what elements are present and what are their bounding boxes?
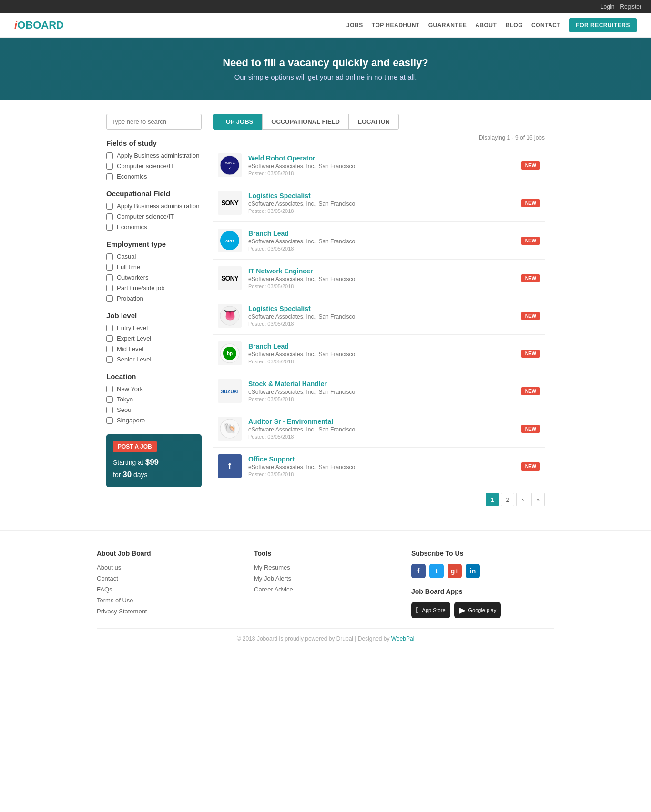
job-title[interactable]: IT Network Engineer — [248, 267, 515, 275]
filter-item[interactable]: Tokyo — [106, 396, 202, 403]
job-title[interactable]: Office Support — [248, 455, 515, 463]
tab-top-jobs[interactable]: TOP JOBS — [213, 114, 262, 130]
footer-link-terms[interactable]: Terms of Use — [97, 597, 240, 604]
nav-jobs[interactable]: JOBS — [346, 22, 363, 29]
page-1-button[interactable]: 1 — [486, 493, 499, 506]
filter-item[interactable]: Probation — [106, 295, 202, 302]
job-company: eSoftware Associates, Inc., San Francisc… — [248, 276, 515, 282]
footer-link-contact[interactable]: Contact — [97, 575, 240, 582]
search-input[interactable] — [106, 114, 202, 130]
filter-item[interactable]: Expert Level — [106, 335, 202, 342]
filter-item[interactable]: Full time — [106, 263, 202, 271]
hero-section: Need to fill a vacancy quickly and easil… — [0, 38, 651, 100]
filter-item[interactable]: Senior Level — [106, 356, 202, 363]
employment-type-section: Employment type Casual Full time Outwork… — [106, 240, 202, 302]
filter-item[interactable]: Part time/side job — [106, 284, 202, 291]
filter-item[interactable]: Entry Level — [106, 324, 202, 331]
post-job-text: Starting at $99for 30 days — [113, 456, 195, 481]
occupational-field-title: Occupational Field — [106, 190, 202, 198]
footer-link-about[interactable]: About us — [97, 564, 240, 571]
filter-item[interactable]: Apply Business administration — [106, 202, 202, 210]
logo[interactable]: iOBOARD — [14, 19, 64, 31]
apple-app-store-button[interactable]:  App Store — [411, 602, 450, 618]
job-company: eSoftware Associates, Inc., San Francisc… — [248, 163, 515, 170]
table-row: 👅 Logistics Specialist eSoftware Associa… — [213, 297, 545, 335]
fields-of-study-section: Fields of study Apply Business administr… — [106, 139, 202, 180]
nav-top-headhunt[interactable]: TOP HEADHUNT — [372, 22, 420, 29]
filter-item[interactable]: Casual — [106, 253, 202, 260]
filter-item[interactable]: New York — [106, 385, 202, 392]
register-link[interactable]: Register — [620, 3, 641, 10]
linkedin-social-icon[interactable]: in — [466, 564, 480, 578]
tab-occupational-field[interactable]: OCCUPATIONAL FIELD — [262, 114, 349, 130]
hero-heading: Need to fill a vacancy quickly and easil… — [223, 57, 428, 69]
svg-text:at&t: at&t — [225, 239, 234, 243]
footer-link-faqs[interactable]: FAQs — [97, 586, 240, 593]
job-badge-new: NEW — [521, 161, 540, 170]
filter-item[interactable]: Computer science/IT — [106, 213, 202, 220]
facebook-social-icon[interactable]: f — [411, 564, 426, 578]
nav-contact[interactable]: CONTACT — [531, 22, 560, 29]
filter-item[interactable]: Outworkers — [106, 274, 202, 281]
job-title[interactable]: Logistics Specialist — [248, 192, 515, 200]
recruiters-button[interactable]: FOR RECRUITERS — [569, 18, 637, 32]
page-last-button[interactable]: » — [531, 493, 545, 506]
footer-grid: About Job Board About us Contact FAQs Te… — [97, 550, 554, 619]
footer-tools-title: Tools — [254, 550, 397, 557]
job-title[interactable]: Stock & Material Handler — [248, 380, 515, 388]
job-title[interactable]: Branch Lead — [248, 230, 515, 237]
page-2-button[interactable]: 2 — [501, 493, 514, 506]
job-info: IT Network Engineer eSoftware Associates… — [248, 267, 515, 289]
top-bar: Login Register — [0, 0, 651, 13]
login-link[interactable]: Login — [600, 3, 614, 10]
filter-item[interactable]: Economics — [106, 223, 202, 231]
table-row: 🐚 Auditor Sr - Environmental eSoftware A… — [213, 410, 545, 448]
job-title[interactable]: Weld Robot Operator — [248, 154, 515, 162]
job-title[interactable]: Branch Lead — [248, 342, 515, 350]
nav-blog[interactable]: BLOG — [505, 22, 523, 29]
job-date: Posted: 03/05/2018 — [248, 170, 515, 176]
job-date: Posted: 03/05/2018 — [248, 246, 515, 251]
filter-item[interactable]: Mid Level — [106, 345, 202, 352]
sidebar: Fields of study Apply Business administr… — [106, 114, 202, 506]
footer-link-job-alerts[interactable]: My Job Alerts — [254, 575, 397, 582]
filter-item[interactable]: Computer science/IT — [106, 162, 202, 170]
footer: About Job Board About us Contact FAQs Te… — [0, 530, 651, 652]
company-logo: SONY — [218, 266, 242, 290]
displaying-count: Displaying 1 - 9 of 16 jobs — [213, 134, 545, 141]
logo-text: OBOARD — [17, 19, 64, 31]
filter-item[interactable]: Economics — [106, 173, 202, 180]
job-info: Weld Robot Operator eSoftware Associates… — [248, 154, 515, 176]
location-section: Location New York Tokyo Seoul Singapore — [106, 372, 202, 424]
footer-link-career[interactable]: Career Advice — [254, 586, 397, 593]
filter-item[interactable]: Singapore — [106, 417, 202, 424]
nav-guarantee[interactable]: GUARANTEE — [428, 22, 467, 29]
googleplus-social-icon[interactable]: g+ — [448, 564, 462, 578]
job-info: Branch Lead eSoftware Associates, Inc., … — [248, 230, 515, 251]
footer-apps-title: Job Board Apps — [411, 588, 554, 595]
tab-location[interactable]: LOCATION — [349, 114, 399, 130]
tab-bar: TOP JOBS OCCUPATIONAL FIELD LOCATION — [213, 114, 545, 130]
google-play-button[interactable]: ▶ Google play — [454, 602, 501, 618]
job-title[interactable]: Logistics Specialist — [248, 305, 515, 312]
page-next-button[interactable]: › — [516, 493, 529, 506]
job-title[interactable]: Auditor Sr - Environmental — [248, 418, 515, 425]
job-badge-new: NEW — [521, 199, 540, 207]
footer-link-privacy[interactable]: Privacy Statement — [97, 608, 240, 615]
footer-copyright: © 2018 Joboard is proudly powered by Dru… — [237, 635, 391, 642]
post-job-button[interactable]: POST A JOB — [113, 441, 157, 452]
footer-link-resumes[interactable]: My Resumes — [254, 564, 397, 571]
filter-item[interactable]: Seoul — [106, 406, 202, 413]
job-date: Posted: 03/05/2018 — [248, 396, 515, 402]
app-store-label: App Store — [422, 607, 446, 613]
footer-bottom: © 2018 Joboard is proudly powered by Dru… — [97, 628, 554, 642]
footer-weebpal-link[interactable]: WeebPal — [391, 635, 414, 642]
filter-item[interactable]: Apply Business administration — [106, 152, 202, 159]
footer-subscribe-col: Subscribe To Us f t g+ in Job Board Apps… — [411, 550, 554, 619]
company-logo: 👅 — [218, 304, 242, 328]
job-company: eSoftware Associates, Inc., San Francisc… — [248, 238, 515, 245]
nav-about[interactable]: ABOUT — [475, 22, 497, 29]
job-info: Office Support eSoftware Associates, Inc… — [248, 455, 515, 477]
twitter-social-icon[interactable]: t — [429, 564, 444, 578]
table-row: SONY Logistics Specialist eSoftware Asso… — [213, 184, 545, 222]
